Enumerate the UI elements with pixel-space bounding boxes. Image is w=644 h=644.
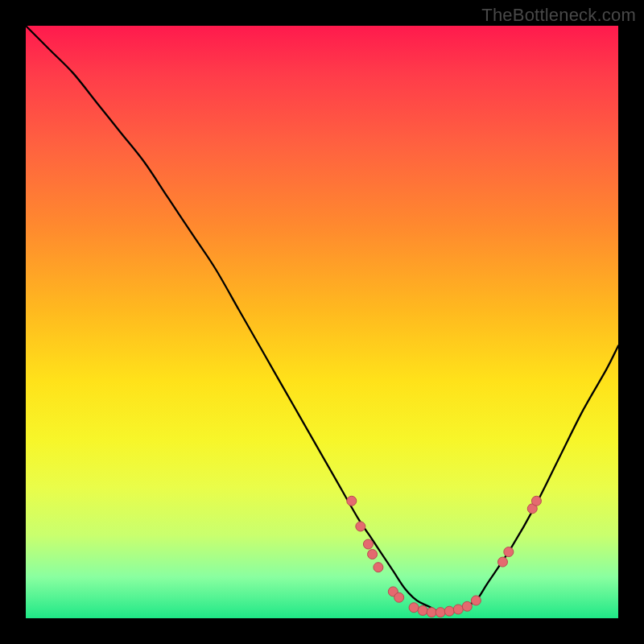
curve-marker xyxy=(444,606,454,616)
curve-marker xyxy=(504,547,514,557)
watermark-text: TheBottleneck.com xyxy=(481,5,636,26)
curve-marker xyxy=(462,601,472,611)
curve-marker xyxy=(368,550,378,559)
curve-marker xyxy=(436,608,445,617)
curve-marker xyxy=(347,496,357,506)
curve-marker xyxy=(418,605,427,615)
curve-marker xyxy=(453,605,463,614)
curve-marker xyxy=(409,603,419,613)
chart-stage: TheBottleneck.com xyxy=(0,0,644,644)
bottleneck-curve xyxy=(26,26,618,613)
curve-marker xyxy=(394,592,404,602)
curve-marker xyxy=(356,522,365,531)
curve-marker xyxy=(374,563,383,572)
curve-markers xyxy=(347,496,542,617)
curve-marker xyxy=(427,608,436,617)
curve-marker xyxy=(471,596,481,605)
curve-marker xyxy=(363,539,373,549)
curve-marker xyxy=(531,496,541,506)
chart-svg xyxy=(26,26,618,618)
curve-marker xyxy=(497,557,507,567)
